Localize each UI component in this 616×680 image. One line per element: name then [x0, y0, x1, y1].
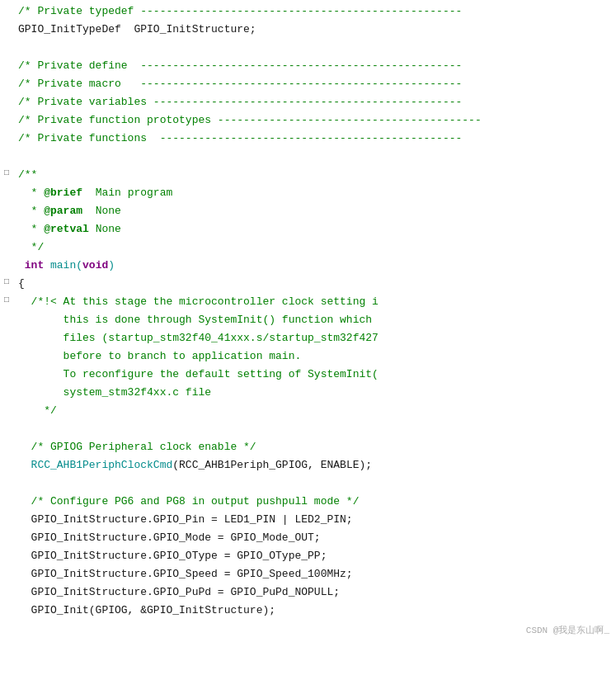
code-text: * @param None: [15, 203, 616, 220]
code-text: GPIO_InitTypeDef GPIO_InitStructure;: [15, 21, 616, 39]
code-segment: [18, 459, 31, 471]
code-line: this is done through SystemInit() functi…: [0, 312, 616, 330]
code-segment: @brief: [44, 187, 82, 199]
code-text: GPIO_InitStructure.GPIO_Mode = GPIO_Mode…: [15, 530, 616, 547]
code-text: To reconfigure the default setting of Sy…: [15, 366, 616, 384]
code-line: GPIO_InitStructure.GPIO_PuPd = GPIO_PuPd…: [0, 584, 616, 602]
code-line: GPIO_InitStructure.GPIO_Mode = GPIO_Mode…: [0, 530, 616, 548]
code-line: [0, 149, 616, 167]
code-segment: @retval: [44, 223, 89, 235]
code-segment: int: [18, 259, 50, 272]
code-segment: GPIO_InitStructure.GPIO_Speed = GPIO_Spe…: [18, 568, 353, 580]
code-line: /* Private typedef ---------------------…: [0, 3, 616, 21]
code-segment: this is done through SystemInit() functi…: [18, 314, 372, 326]
code-segment: GPIO_InitStructure.GPIO_Mode = GPIO_Mode…: [18, 531, 321, 544]
code-text: this is done through SystemInit() functi…: [15, 312, 616, 329]
code-segment: ----------------------------------------…: [160, 132, 463, 144]
code-line: * @param None: [0, 203, 616, 221]
code-line: [0, 621, 616, 639]
code-segment: GPIO_InitStructure.GPIO_OType = GPIO_OTy…: [18, 550, 327, 562]
code-segment: GPIO_Init(GPIOG, &GPIO_InitStructure);: [18, 604, 275, 616]
code-text: /*!< At this stage the microcontroller c…: [15, 294, 616, 311]
code-segment: system_stm32f4xx.c file: [18, 386, 211, 399]
code-segment: *: [18, 205, 44, 217]
code-line: * @brief Main program: [0, 185, 616, 203]
code-segment: ----------------------------------------…: [153, 96, 462, 108]
code-line: /* Private function prototypes ---------…: [0, 112, 616, 130]
code-line: GPIO_InitStructure.GPIO_OType = GPIO_OTy…: [0, 548, 616, 566]
code-text: /* GPIOG Peripheral clock enable */: [15, 439, 616, 456]
code-line: /* Private define ----------------------…: [0, 58, 616, 76]
code-segment: *: [18, 187, 44, 199]
code-text: GPIO_Init(GPIOG, &GPIO_InitStructure);: [15, 602, 616, 620]
code-text: files (startup_stm32f40_41xxx.s/startup_…: [15, 330, 616, 347]
code-text: int main(void): [15, 257, 616, 275]
code-text: */: [15, 239, 616, 257]
code-text: GPIO_InitStructure.GPIO_Speed = GPIO_Spe…: [15, 566, 616, 583]
code-line: files (startup_stm32f40_41xxx.s/startup_…: [0, 330, 616, 348]
code-line: □{: [0, 276, 616, 294]
code-line: GPIO_InitStructure.GPIO_Speed = GPIO_Spe…: [0, 566, 616, 584]
code-text: * @retval None: [15, 221, 616, 238]
code-segment: /* GPIOG Peripheral clock enable */: [18, 441, 256, 453]
code-segment: void: [82, 259, 108, 272]
collapse-icon[interactable]: □: [4, 276, 9, 289]
code-editor: /* Private typedef ---------------------…: [0, 0, 616, 642]
code-text: /* Private typedef ---------------------…: [15, 3, 616, 21]
code-line: GPIO_Init(GPIOG, &GPIO_InitStructure);: [0, 602, 616, 621]
code-segment: ): [108, 259, 115, 272]
code-line: /* Configure PG6 and PG8 in output pushp…: [0, 493, 616, 512]
code-line: RCC_AHB1PeriphClockCmd(RCC_AHB1Periph_GP…: [0, 457, 616, 475]
code-segment: /**: [18, 168, 37, 181]
code-segment: RCC_AHB1PeriphClockCmd: [31, 459, 173, 471]
code-line: * @retval None: [0, 221, 616, 239]
code-segment: {: [18, 277, 25, 290]
code-segment: *: [18, 223, 44, 235]
code-line: /* GPIOG Peripheral clock enable */: [0, 439, 616, 457]
code-text: /* Private variables -------------------…: [15, 94, 616, 111]
code-line: /* Private functions -------------------…: [0, 130, 616, 149]
collapse-icon[interactable]: □: [4, 294, 9, 307]
code-segment: @param: [44, 205, 82, 217]
code-segment: /* Private macro: [18, 78, 140, 90]
code-segment: None: [82, 205, 121, 217]
code-segment: /* Private function prototypes: [18, 114, 218, 126]
code-segment: */: [18, 241, 44, 253]
code-segment: main(: [50, 259, 82, 272]
code-text: [15, 40, 616, 57]
code-text: before to branch to application main.: [15, 348, 616, 366]
code-line: [0, 475, 616, 493]
code-text: /* Private function prototypes ---------…: [15, 112, 616, 130]
code-segment: ----------------------------------------…: [140, 78, 462, 90]
code-segment: ----------------------------------------…: [140, 5, 462, 17]
code-segment: None: [89, 223, 121, 235]
collapse-icon[interactable]: □: [4, 167, 9, 180]
code-segment: /* Private variables: [18, 96, 153, 108]
code-segment: GPIO_InitTypeDef GPIO_InitStructure;: [18, 23, 256, 35]
code-text: GPIO_InitStructure.GPIO_OType = GPIO_OTy…: [15, 548, 616, 565]
code-segment: ----------------------------------------…: [140, 59, 462, 72]
code-segment: To reconfigure the default setting of Sy…: [18, 368, 379, 380]
code-text: system_stm32f4xx.c file: [15, 385, 616, 402]
code-line: before to branch to application main.: [0, 348, 616, 366]
code-text: {: [15, 276, 616, 293]
code-segment: files (startup_stm32f40_41xxx.s/startup_…: [18, 332, 379, 344]
gutter-marker: □: [0, 294, 15, 307]
code-text: GPIO_InitStructure.GPIO_PuPd = GPIO_PuPd…: [15, 584, 616, 602]
watermark-text: CSDN @我是东山啊_: [526, 624, 609, 639]
code-line: /* Private macro -----------------------…: [0, 76, 616, 94]
gutter-marker: □: [0, 167, 15, 180]
code-line: system_stm32f4xx.c file: [0, 385, 616, 403]
code-text: [15, 475, 616, 493]
code-text: [15, 421, 616, 438]
code-segment: before to branch to application main.: [18, 350, 301, 362]
code-segment: ----------------------------------------…: [218, 114, 482, 126]
code-segment: /*!< At this stage the microcontroller c…: [18, 295, 379, 308]
code-text: RCC_AHB1PeriphClockCmd(RCC_AHB1Periph_GP…: [15, 457, 616, 475]
code-segment: */: [18, 404, 57, 417]
code-text: [15, 149, 616, 166]
code-segment: GPIO_InitStructure.GPIO_PuPd = GPIO_PuPd…: [18, 586, 340, 598]
code-line: GPIO_InitTypeDef GPIO_InitStructure;: [0, 21, 616, 40]
code-text: GPIO_InitStructure.GPIO_Pin = LED1_PIN |…: [15, 512, 616, 529]
code-segment: /* Private typedef: [18, 5, 140, 17]
